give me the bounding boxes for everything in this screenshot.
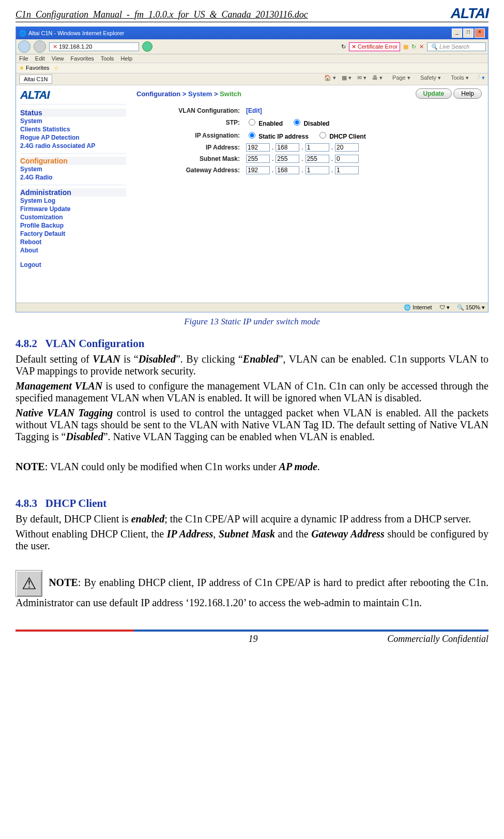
safety-menu[interactable]: Safety ▾: [416, 74, 441, 81]
help-icon[interactable]: ❔▾: [475, 74, 485, 81]
sidebar-item-about[interactable]: About: [20, 246, 126, 254]
sidebar-heading-config: Configuration: [20, 157, 126, 165]
sidebar-item-system[interactable]: System: [20, 117, 126, 125]
sm-octet-2[interactable]: [276, 155, 299, 163]
subnet-label: Subnet Mask:: [136, 155, 240, 162]
stp-enabled-option[interactable]: Enabled: [246, 117, 283, 127]
browser-tab[interactable]: Altai C1N: [19, 74, 52, 84]
menu-edit[interactable]: Edit: [35, 55, 45, 62]
sidebar-item-customization[interactable]: Customization: [20, 213, 126, 221]
window-titlebar: 🌐Altai C1N - Windows Internet Explorer _…: [16, 27, 488, 39]
rss-icon[interactable]: ▦: [403, 43, 408, 50]
ip-dhcp-option[interactable]: DHCP Client: [317, 130, 366, 140]
breadcrumb: Configuration > System > Switch: [136, 90, 241, 98]
sidebar-item-syslog[interactable]: System Log: [20, 197, 126, 205]
breadcrumb-bar: Configuration > System > Switch Update H…: [136, 88, 482, 101]
menu-view[interactable]: View: [52, 55, 64, 62]
gw-octet-2[interactable]: [276, 166, 299, 174]
certificate-error[interactable]: ✕ Certificate Error: [349, 42, 400, 51]
feed-icon[interactable]: ▦ ▾: [342, 74, 352, 81]
tools-menu[interactable]: Tools ▾: [447, 74, 469, 81]
sidebar-heading-admin: Administration: [20, 188, 126, 197]
address-bar: ✕ 192.168.1.20 ↻ ✕ Certificate Error ▦ ↻…: [16, 39, 488, 54]
status-internet: Internet: [404, 304, 432, 311]
stp-disabled-option[interactable]: Disabled: [291, 117, 329, 127]
ip-octet-4[interactable]: [335, 143, 359, 152]
page-number: 19: [119, 634, 387, 645]
sidebar-item-clients[interactable]: Clients Statistics: [20, 125, 126, 133]
confidential-label: Commercially Confidential: [387, 634, 488, 645]
document-body: 4.8.2 VLAN Configuration Default setting…: [16, 337, 488, 609]
fav-icon-2[interactable]: ☆: [54, 65, 59, 71]
para-note1: NOTE: VLAN could only be modified when C…: [16, 461, 488, 473]
url-field[interactable]: ✕ 192.168.1.20: [49, 42, 139, 51]
sidebar-item-factory-default[interactable]: Factory Default: [20, 230, 126, 238]
back-button[interactable]: [18, 40, 30, 53]
ip-octet-3[interactable]: [306, 143, 329, 152]
sidebar: ALTAI Status System Clients Statistics R…: [16, 85, 130, 303]
mail-icon[interactable]: ✉ ▾: [357, 74, 366, 81]
para-note2: ⚠ NOTE: By enabling DHCP client, IP addr…: [16, 570, 488, 609]
tab-bar: Altai C1N 🏠 ▾ ▦ ▾ ✉ ▾ 🖶 ▾ Page ▾ Safety …: [16, 73, 488, 85]
menu-tools[interactable]: Tools: [101, 55, 114, 62]
print-icon[interactable]: 🖶 ▾: [372, 74, 383, 81]
sm-octet-4[interactable]: [335, 155, 359, 163]
refresh-icon[interactable]: ↻: [341, 43, 346, 50]
favorites-star-icon[interactable]: ★: [19, 65, 24, 71]
doc-filename: C1n_Configuration_Manual_-_fm_1.0.0.x_fo…: [16, 5, 308, 20]
favorites-label[interactable]: Favorites: [26, 65, 49, 71]
main-panel: Configuration > System > Switch Update H…: [130, 85, 488, 303]
menu-favorites[interactable]: Favorites: [71, 55, 94, 62]
para-vlan-default: Default setting of VLAN is “Disabled”. B…: [16, 353, 488, 377]
gw-octet-1[interactable]: [246, 166, 270, 174]
minimize-button[interactable]: _: [452, 28, 462, 38]
maximize-button[interactable]: □: [463, 28, 474, 38]
gw-octet-4[interactable]: [335, 166, 359, 174]
update-button[interactable]: Update: [416, 88, 452, 99]
page-content: ALTAI Status System Clients Statistics R…: [16, 85, 488, 303]
ip-octet-2[interactable]: [276, 143, 299, 152]
figure-caption: Figure 13 Static IP under switch mode: [16, 317, 488, 327]
help-button[interactable]: Help: [453, 88, 482, 99]
vlan-edit-link[interactable]: [Edit]: [246, 107, 262, 114]
ip-octet-1[interactable]: [246, 143, 270, 152]
sidebar-heading-status: Status: [20, 109, 126, 117]
close-button[interactable]: ×: [475, 28, 485, 38]
screenshot-ie-window: 🌐Altai C1N - Windows Internet Explorer _…: [16, 26, 488, 312]
page-menu[interactable]: Page ▾: [388, 74, 410, 81]
sidebar-item-logout[interactable]: Logout: [20, 261, 126, 269]
window-buttons: _ □ ×: [452, 28, 485, 38]
sm-octet-3[interactable]: [306, 155, 329, 163]
ip-assign-label: IP Assignation:: [136, 132, 240, 139]
doc-header: C1n_Configuration_Manual_-_fm_1.0.0.x_fo…: [16, 5, 488, 22]
ip-address-label: IP Address:: [136, 144, 240, 151]
stop-icon[interactable]: ✕: [419, 43, 424, 50]
sidebar-item-cfg-24g[interactable]: 2.4G Radio: [20, 173, 126, 182]
sidebar-item-profile-backup[interactable]: Profile Backup: [20, 221, 126, 230]
warning-icon: ⚠: [16, 570, 42, 597]
sm-octet-1[interactable]: [246, 155, 270, 163]
ip-static-option[interactable]: Static IP address: [246, 130, 309, 140]
forward-button[interactable]: [34, 40, 46, 53]
sidebar-item-rogue[interactable]: Rogue AP Detection: [20, 133, 126, 142]
gw-octet-3[interactable]: [306, 166, 329, 174]
sidebar-item-24g-ap[interactable]: 2.4G radio Associated AP: [20, 142, 126, 150]
zoom-level[interactable]: 🔍 150% ▾: [457, 304, 485, 311]
search-field[interactable]: 🔍 Live Search: [427, 42, 486, 51]
home-icon[interactable]: 🏠 ▾: [324, 74, 336, 81]
gateway-label: Gateway Address:: [136, 167, 240, 174]
sidebar-item-cfg-system[interactable]: System: [20, 165, 126, 173]
menu-help[interactable]: Help: [120, 55, 132, 62]
menu-file[interactable]: File: [19, 55, 28, 62]
sidebar-item-reboot[interactable]: Reboot: [20, 238, 126, 246]
para-dhcp-without: Without enabling DHCP Client, the IP Add…: [16, 528, 488, 552]
altai-logo: ALTAI: [451, 5, 488, 22]
heading-483: 4.8.3 DHCP Client: [16, 497, 488, 510]
window-title: 🌐Altai C1N - Windows Internet Explorer: [19, 30, 124, 37]
sidebar-item-firmware[interactable]: Firmware Update: [20, 205, 126, 213]
para-mgmt-vlan: Management VLAN is used to configure the…: [16, 380, 488, 404]
go-button[interactable]: [142, 41, 152, 52]
para-native-vlan: Native VLAN Tagging control is used to c…: [16, 407, 488, 443]
status-bar: Internet 🛡 ▾ 🔍 150% ▾: [16, 303, 488, 312]
refresh-icon-2[interactable]: ↻: [411, 43, 416, 50]
